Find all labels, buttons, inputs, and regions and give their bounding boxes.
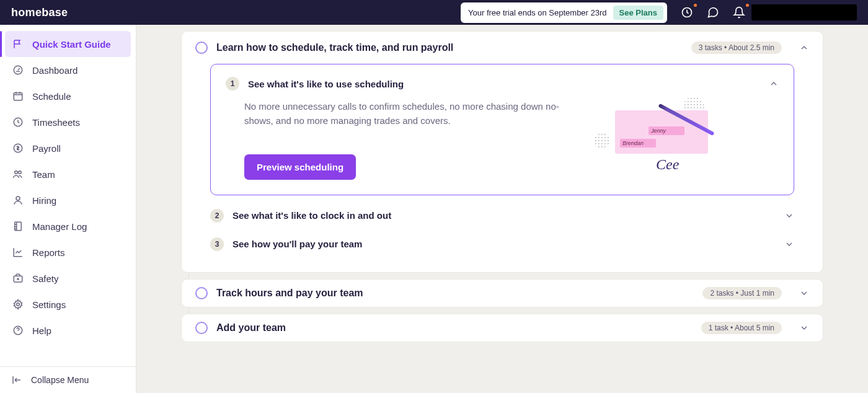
section-meta: 1 task • About 5 min [701,322,782,334]
sidebar: Quick Start Guide Dashboard Schedule Tim… [0,25,136,393]
bell-icon[interactable] [733,6,745,19]
section-meta: 3 tasks • About 2.5 min [691,42,782,54]
sidebar-item-label: Settings [32,299,66,310]
section-header[interactable]: Learn how to schedule, track time, and r… [195,42,809,54]
sidebar-item-timesheets[interactable]: Timesheets [5,109,131,135]
sidebar-item-dashboard[interactable]: Dashboard [5,57,131,83]
sidebar-item-safety[interactable]: Safety [5,265,131,291]
status-circle-icon [195,42,208,54]
chevron-up-icon [799,43,809,53]
notebook-icon [12,221,24,232]
trial-pill: Your free trial ends on September 23rd S… [461,2,667,23]
step-title: See what it's like to clock in and out [232,210,767,221]
sidebar-item-label: Dashboard [32,65,78,76]
clock-icon[interactable] [681,6,693,19]
sidebar-item-reports[interactable]: Reports [5,239,131,265]
sidebar-item-label: Quick Start Guide [32,39,111,50]
step-number-badge: 2 [210,209,224,223]
step-number-badge: 1 [226,77,239,91]
people-icon [12,169,24,180]
gear-icon [12,299,24,310]
svg-point-7 [16,196,20,200]
collapse-label: Collapse Menu [31,375,89,385]
step-header[interactable]: 1 See what it's like to use scheduling [226,77,779,99]
step-panel-1: 1 See what it's like to use scheduling N… [210,64,794,195]
status-circle-icon [195,322,208,334]
sidebar-item-label: Team [32,169,55,180]
step-number-badge: 3 [210,237,224,251]
sidebar-item-label: Timesheets [32,117,80,128]
chevron-down-icon [784,211,794,221]
section-card-track: Track hours and pay your team 2 tasks • … [181,279,823,307]
sidebar-nav: Quick Start Guide Dashboard Schedule Tim… [0,29,136,366]
person-icon [12,195,24,206]
svg-rect-2 [14,93,22,100]
sidebar-item-quick-start[interactable]: Quick Start Guide [5,31,131,57]
sidebar-item-label: Payroll [32,143,61,154]
svg-point-6 [19,171,22,174]
sidebar-item-label: Reports [32,247,65,258]
preview-scheduling-button[interactable]: Preview scheduling [244,154,356,180]
chat-icon[interactable] [707,6,719,19]
step-row-3[interactable]: 3 See how you'll pay your team [195,230,809,258]
user-menu[interactable] [751,4,857,20]
trial-message: Your free trial ends on September 23rd [468,8,607,17]
section-title: Add your team [216,322,693,333]
sidebar-item-label: Help [32,325,51,336]
step-row-2[interactable]: 2 See what it's like to clock in and out [195,201,809,230]
sidebar-item-settings[interactable]: Settings [5,291,131,317]
chevron-down-icon [799,323,809,333]
sidebar-item-label: Schedule [32,91,71,102]
sidebar-item-payroll[interactable]: Payroll [5,135,131,161]
help-icon [12,325,24,336]
sidebar-item-label: Hiring [32,195,56,206]
clock-icon [12,117,24,128]
section-title: Track hours and pay your team [216,288,694,299]
section-meta: 2 tasks • Just 1 min [702,287,782,299]
svg-point-10 [17,303,20,306]
calendar-icon [12,91,24,102]
step-description: No more unnecessary calls to confirm sch… [244,99,579,128]
chart-icon [12,247,24,258]
chevron-up-icon [769,79,779,89]
svg-point-5 [15,171,18,174]
sidebar-item-manager-log[interactable]: Manager Log [5,213,131,239]
sidebar-item-label: Safety [32,273,59,284]
brand-logo[interactable]: homebase [11,6,68,19]
sidebar-item-label: Manager Log [32,221,87,232]
medkit-icon [12,273,24,284]
scheduling-illustration: Jenny Brendan Cee [596,99,720,174]
section-card-learn: Learn how to schedule, track time, and r… [181,31,823,273]
step-title: See how you'll pay your team [232,239,767,249]
section-header[interactable]: Track hours and pay your team 2 tasks • … [195,287,809,299]
see-plans-button[interactable]: See Plans [613,6,663,20]
section-header[interactable]: Add your team 1 task • About 5 min [195,322,809,334]
chevron-down-icon [799,288,809,298]
topbar: homebase Your free trial ends on Septemb… [0,0,868,25]
status-circle-icon [195,287,208,299]
flag-icon [12,38,24,50]
step-title: See what it's like to use scheduling [248,79,751,89]
chevron-down-icon [784,239,794,249]
collapse-menu-button[interactable]: Collapse Menu [0,366,136,393]
sidebar-item-team[interactable]: Team [5,161,131,187]
sidebar-item-schedule[interactable]: Schedule [5,83,131,109]
collapse-icon [11,374,22,386]
sidebar-item-help[interactable]: Help [5,317,131,343]
dashboard-icon [12,64,24,76]
dollar-circle-icon [12,143,24,154]
section-title: Learn how to schedule, track time, and r… [216,42,683,53]
sidebar-item-hiring[interactable]: Hiring [5,187,131,213]
section-card-add-team: Add your team 1 task • About 5 min [181,314,823,342]
main-content: Learn how to schedule, track time, and r… [136,25,868,393]
